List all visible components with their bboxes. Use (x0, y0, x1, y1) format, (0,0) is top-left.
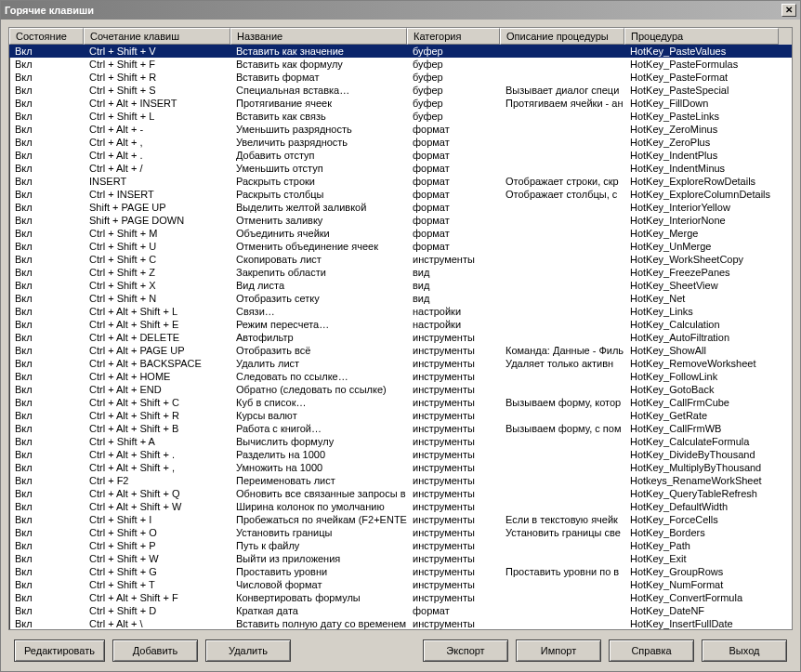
column-combo[interactable]: Сочетание клавиш (84, 28, 230, 45)
cell-desc (500, 487, 624, 500)
cell-cat: инструменты (407, 565, 500, 578)
cell-name: Переименовать лист (230, 474, 407, 487)
cell-cat: инструменты (407, 552, 500, 565)
table-row[interactable]: ВклCtrl + Alt + DELETEАвтофильтринструме… (9, 331, 792, 344)
table-row[interactable]: ВклCtrl + Alt + Shift + .Разделить на 10… (9, 448, 792, 461)
table-row[interactable]: ВклCtrl + Alt + Shift + QОбновить все св… (9, 487, 792, 500)
cell-cat: формат (407, 201, 500, 214)
cell-desc (500, 617, 624, 629)
table-row[interactable]: ВклCtrl + Shift + LВставить как связьбуф… (9, 110, 792, 123)
import-button[interactable]: Импорт (516, 639, 601, 662)
cell-name: Раскрыть столбцы (230, 188, 407, 201)
column-proc[interactable]: Процедура (624, 28, 779, 45)
export-button[interactable]: Экспорт (423, 639, 508, 662)
table-row[interactable]: ВклCtrl + Alt + Shift + RКурсы валютинст… (9, 409, 792, 422)
table-row[interactable]: ВклCtrl + Alt + Shift + ,Умножить на 100… (9, 461, 792, 474)
table-row[interactable]: ВклCtrl + Alt + Shift + CКуб в список…ин… (9, 396, 792, 409)
table-row[interactable]: ВклCtrl + Shift + OУстановить границыинс… (9, 526, 792, 539)
table-row[interactable]: ВклCtrl + Alt + /Уменьшить отступформатH… (9, 162, 792, 175)
table-row[interactable]: ВклCtrl + Shift + CСкопировать листинстр… (9, 253, 792, 266)
column-name[interactable]: Название (230, 28, 407, 45)
cell-cat: вид (407, 292, 500, 305)
table-row[interactable]: ВклCtrl + INSERTРаскрыть столбцыформатОт… (9, 188, 792, 201)
cell-state: Вкл (9, 617, 84, 629)
cell-desc (500, 253, 624, 266)
cell-proc: HotKey_PasteValues (624, 45, 779, 58)
cell-proc: HotKey_ExploreColumnDetails (624, 188, 779, 201)
table-row[interactable]: ВклCtrl + Alt + HOMEСледовать по ссылке…… (9, 370, 792, 383)
table-row[interactable]: ВклCtrl + Shift + FВставить как формулуб… (9, 58, 792, 71)
table-row[interactable]: ВклCtrl + Alt + Shift + WШирина колонок … (9, 500, 792, 513)
cell-proc: HotKey_ZeroMinus (624, 123, 779, 136)
cell-combo: Ctrl + Shift + D (84, 604, 230, 617)
table-row[interactable]: ВклCtrl + Alt + Shift + LСвязи…настройки… (9, 305, 792, 318)
table-row[interactable]: ВклCtrl + Alt + INSERTПротягивание ячеек… (9, 97, 792, 110)
cell-proc: HotKey_InteriorNone (624, 214, 779, 227)
table-row[interactable]: ВклCtrl + Alt + ENDОбратно (следовать по… (9, 383, 792, 396)
column-desc[interactable]: Описание процедуры (500, 28, 624, 45)
cell-combo: Ctrl + Alt + Shift + Q (84, 487, 230, 500)
hotkeys-listview[interactable]: Состояние Сочетание клавиш Название Кате… (8, 27, 793, 630)
table-row[interactable]: ВклCtrl + Shift + XВид листавидHotKey_Sh… (9, 279, 792, 292)
table-row[interactable]: ВклCtrl + Shift + SСпециальная вставка…б… (9, 84, 792, 97)
close-icon[interactable]: ✕ (781, 4, 796, 17)
column-category[interactable]: Категория (407, 28, 500, 45)
cell-name: Следовать по ссылке… (230, 370, 407, 383)
cell-proc: HotKey_MultiplyByThousand (624, 461, 779, 474)
table-row[interactable]: ВклCtrl + Alt + PAGE UPОтобразить всёинс… (9, 344, 792, 357)
edit-button[interactable]: Редактировать (14, 639, 105, 662)
table-row[interactable]: ВклCtrl + Shift + ZЗакрепить областивидH… (9, 266, 792, 279)
cell-desc: Проставить уровни по в (500, 565, 624, 578)
table-row[interactable]: ВклCtrl + Shift + RВставить форматбуферH… (9, 71, 792, 84)
table-row[interactable]: ВклCtrl + Alt + -Уменьшить разрядностьфо… (9, 123, 792, 136)
table-row[interactable]: ВклCtrl + Shift + IПробежаться по ячейка… (9, 513, 792, 526)
cell-proc: HotKey_DefaultWidth (624, 500, 779, 513)
cell-combo: Ctrl + Alt + DELETE (84, 331, 230, 344)
cell-proc: HotKey_QueryTableRefresh (624, 487, 779, 500)
table-row[interactable]: ВклCtrl + Shift + DКраткая датаформатHot… (9, 604, 792, 617)
listview-body[interactable]: ВклCtrl + Shift + VВставить как значение… (9, 45, 792, 629)
cell-state: Вкл (9, 487, 84, 500)
table-row[interactable]: ВклCtrl + Alt + Shift + FКонвертировать … (9, 591, 792, 604)
cell-cat: инструменты (407, 383, 500, 396)
cell-cat: инструменты (407, 422, 500, 435)
column-state[interactable]: Состояние (9, 28, 84, 45)
titlebar[interactable]: Горячие клавиши ✕ (1, 1, 800, 20)
cell-name: Куб в список… (230, 396, 407, 409)
table-row[interactable]: ВклINSERTРаскрыть строкиформатОтображает… (9, 175, 792, 188)
cell-state: Вкл (9, 526, 84, 539)
add-button[interactable]: Добавить (112, 639, 198, 662)
cell-name: Установить границы (230, 526, 407, 539)
table-row[interactable]: ВклCtrl + Alt + ,Увеличить разрядностьфо… (9, 136, 792, 149)
table-row[interactable]: ВклCtrl + Alt + BACKSPACEУдалить листинс… (9, 357, 792, 370)
cell-name: Вставить полную дату со временем (230, 617, 407, 629)
cell-proc: HotKey_ShowAll (624, 344, 779, 357)
cell-state: Вкл (9, 305, 84, 318)
table-row[interactable]: ВклCtrl + Alt + .Добавить отступформатHo… (9, 149, 792, 162)
table-row[interactable]: ВклCtrl + Alt + \Вставить полную дату со… (9, 617, 792, 629)
table-row[interactable]: ВклCtrl + Alt + Shift + BРабота с книгой… (9, 422, 792, 435)
delete-button[interactable]: Удалить (205, 639, 291, 662)
cell-cat: буфер (407, 58, 500, 71)
table-row[interactable]: ВклCtrl + Alt + Shift + EРежим пересчета… (9, 318, 792, 331)
table-row[interactable]: ВклCtrl + Shift + WВыйти из приложенияин… (9, 552, 792, 565)
table-row[interactable]: ВклCtrl + Shift + UОтменить объединение … (9, 240, 792, 253)
cell-cat: формат (407, 214, 500, 227)
table-row[interactable]: ВклCtrl + Shift + VВставить как значение… (9, 45, 792, 58)
table-row[interactable]: ВклCtrl + Shift + AВычислить формулуинст… (9, 435, 792, 448)
cell-cat: инструменты (407, 396, 500, 409)
table-row[interactable]: ВклCtrl + F2Переименовать листинструмент… (9, 474, 792, 487)
table-row[interactable]: ВклCtrl + Shift + MОбъединить ячейкиформ… (9, 227, 792, 240)
table-row[interactable]: ВклCtrl + Shift + TЧисловой форматинстру… (9, 578, 792, 591)
cell-cat: инструменты (407, 539, 500, 552)
exit-button[interactable]: Выход (702, 639, 787, 662)
cell-proc: HotKey_Links (624, 305, 779, 318)
cell-state: Вкл (9, 370, 84, 383)
table-row[interactable]: ВклCtrl + Shift + GПроставить уровниинст… (9, 565, 792, 578)
table-row[interactable]: ВклCtrl + Shift + NОтобразить сеткувидHo… (9, 292, 792, 305)
table-row[interactable]: ВклCtrl + Shift + PПуть к файлуинструмен… (9, 539, 792, 552)
cell-proc: HotKey_Path (624, 539, 779, 552)
help-button[interactable]: Справка (609, 639, 694, 662)
table-row[interactable]: ВклShift + PAGE DOWNОтменить заливкуформ… (9, 214, 792, 227)
table-row[interactable]: ВклShift + PAGE UPВыделить желтой заливк… (9, 201, 792, 214)
